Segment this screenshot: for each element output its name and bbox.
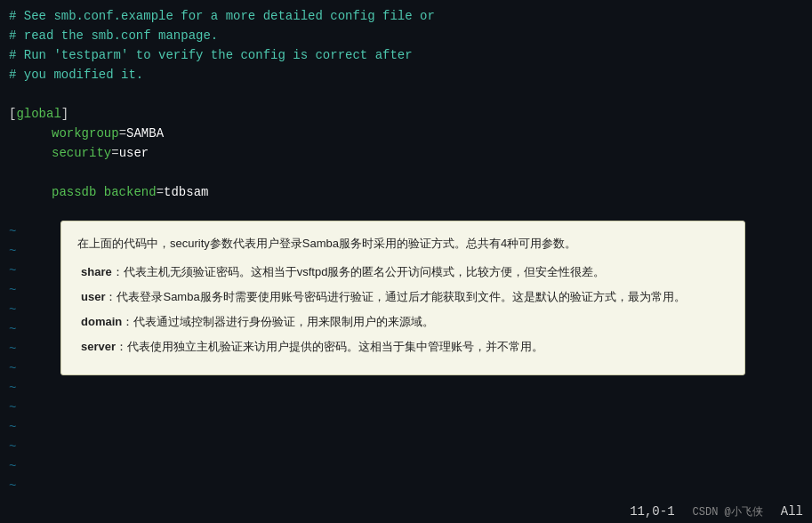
section-bracket: [: [9, 105, 16, 125]
tooltip-desc-server: ：代表使用独立主机验证来访用户提供的密码。这相当于集中管理账号，并不常用。: [116, 340, 543, 353]
code-line-workgroup: workgroup = SAMBA: [0, 125, 812, 144]
tooltip-intro: 在上面的代码中，security参数代表用户登录Samba服务时采用的验证方式。…: [77, 234, 728, 253]
tooltip-item-user: user：代表登录Samba服务时需要使用账号密码进行验证，通过后才能获取到文件…: [77, 287, 728, 307]
tilde-11: ~: [0, 418, 812, 438]
tooltip-item-server: server：代表使用独立主机验证来访用户提供的密码。这相当于集中管理账号，并不…: [77, 337, 728, 357]
key-workgroup: workgroup: [52, 125, 119, 144]
comment-text-3: # Run 'testparm' to verify the config is…: [9, 46, 413, 66]
status-bar: 11,0-1 CSDN @小飞侠 All: [0, 500, 812, 523]
code-line-2: # read the smb.conf manpage.: [0, 27, 812, 46]
code-line-passdb: passdb backend = tdbsam: [0, 183, 812, 203]
tilde-9: ~: [0, 379, 812, 398]
code-line-blank-2: [0, 164, 812, 183]
eq-passdb: =: [157, 183, 164, 203]
tooltip-key-share: share: [81, 265, 112, 278]
tilde-12: ~: [0, 438, 812, 457]
tooltip-key-domain: domain: [81, 315, 122, 328]
code-line-3: # Run 'testparm' to verify the config is…: [0, 46, 812, 66]
val-workgroup: SAMBA: [126, 125, 164, 144]
editor-area: # See smb.conf.example for a more detail…: [0, 0, 812, 523]
val-security: user: [119, 144, 149, 164]
tooltip-desc-share: ：代表主机无须验证密码。这相当于vsftpd服务的匿名公开访问模式，比较方便，但…: [112, 265, 606, 278]
code-line-blank-1: [0, 85, 812, 105]
comment-text-4: # you modified it.: [9, 66, 143, 85]
tooltip-desc-user: ：代表登录Samba服务时需要使用账号密码进行验证，通过后才能获取到文件。这是默…: [105, 290, 685, 303]
key-security: security: [52, 144, 111, 164]
status-mode: All: [781, 504, 803, 519]
tooltip-item-share: share：代表主机无须验证密码。这相当于vsftpd服务的匿名公开访问模式，比…: [77, 262, 728, 282]
tooltip-item-domain: domain：代表通过域控制器进行身份验证，用来限制用户的来源域。: [77, 312, 728, 332]
section-bracket-close: ]: [61, 105, 68, 125]
status-position: 11,0-1: [630, 504, 674, 519]
code-line-section: [global]: [0, 105, 812, 125]
tooltip-box: 在上面的代码中，security参数代表用户登录Samba服务时采用的验证方式。…: [60, 221, 745, 375]
key-passdb: passdb backend: [52, 183, 157, 203]
status-source: CSDN @小飞侠: [693, 504, 763, 519]
comment-text-1: # See smb.conf.example for a more detail…: [9, 7, 435, 27]
tooltip-key-server: server: [81, 340, 116, 353]
tilde-10: ~: [0, 398, 812, 418]
code-line-1: # See smb.conf.example for a more detail…: [0, 7, 812, 27]
tooltip-desc-domain: ：代表通过域控制器进行身份验证，用来限制用户的来源域。: [122, 315, 434, 328]
tilde-13: ~: [0, 457, 812, 477]
code-line-security: security = user: [0, 144, 812, 164]
code-line-4: # you modified it.: [0, 66, 812, 85]
eq-security: =: [111, 144, 118, 164]
val-passdb: tdbsam: [164, 183, 208, 203]
section-name: global: [16, 105, 60, 125]
comment-text-2: # read the smb.conf manpage.: [9, 27, 218, 46]
code-line-blank-3: [0, 203, 812, 222]
eq-workgroup: =: [119, 125, 126, 144]
tilde-14: ~: [0, 477, 812, 496]
tooltip-key-user: user: [81, 290, 105, 303]
